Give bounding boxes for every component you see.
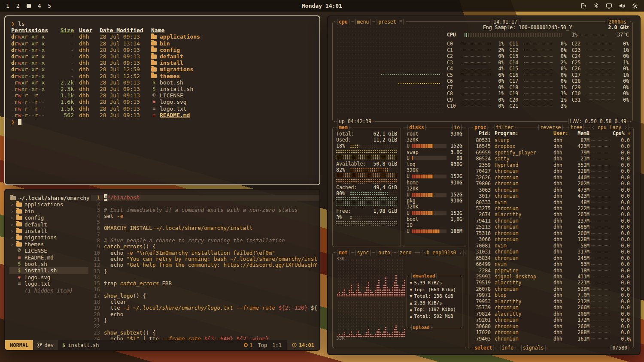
preset-button[interactable]: preset * <box>375 18 405 25</box>
scroll-down-icon[interactable]: ↓ <box>629 337 632 343</box>
net-interface-button[interactable]: ‹b enp191s0 › <box>420 249 465 256</box>
process-row-79824[interactable]: 79824alacritty dhh208M 0.0 <box>472 311 630 317</box>
settings-icon[interactable] <box>632 3 638 9</box>
terminal-cursor[interactable] <box>18 119 21 125</box>
editor-line-4[interactable]: 4 set -e <box>91 213 319 219</box>
editor-line-2[interactable]: 2 <box>91 201 319 207</box>
process-row-17020[interactable]: 17020chromium dhh288M 0.0 <box>472 329 630 335</box>
zero-button[interactable]: zero <box>396 249 415 256</box>
tree-item-logo.svg[interactable]: ✱logo.svg <box>9 274 88 281</box>
workspace-indicator[interactable]: 5 <box>48 3 51 9</box>
editor-line-20[interactable]: 20 echo <box>91 311 319 317</box>
editor-line-16[interactable]: 16 <box>91 287 319 293</box>
volume-icon[interactable] <box>619 3 625 9</box>
proc-box-title[interactable]: proc <box>471 124 490 131</box>
tree-item-README.md[interactable]: ≡README.md <box>9 254 88 261</box>
process-row-53275[interactable]: 53275chromium dhh222M 0.0 <box>472 205 630 211</box>
io-mode-button[interactable]: io <box>450 124 463 131</box>
process-row-65834[interactable]: 65834chromium dhh245M 0.0 <box>472 255 630 261</box>
process-row-2284[interactable]: 2284pipewire dhh18M 0.0 <box>472 268 630 274</box>
process-row-79971[interactable]: 79971btop dhh7.0M 0.0 <box>472 292 630 298</box>
editor-line-17[interactable]: 17 show_logo() { <box>91 293 319 299</box>
editor-buffer[interactable]: 1 #!/bin/bash 2 3 # Exit immediately if … <box>91 190 319 340</box>
editor-line-12[interactable]: 12 echo "Get help from the community: ht… <box>91 262 319 268</box>
process-row-79519[interactable]: 79519alacritty dhh221M 0.0 <box>472 280 630 286</box>
tree-item-LICENSE[interactable]: ©LICENSE <box>9 247 88 254</box>
tree-item-bin[interactable]: ›bin <box>9 208 88 214</box>
editor-line-14[interactable]: 14 <box>91 275 319 281</box>
net-box-title[interactable]: net <box>335 249 351 256</box>
editor-line-10[interactable]: 10 echo -e "\n\e[31mOmarchy installation… <box>91 250 319 256</box>
display-icon[interactable] <box>606 3 612 9</box>
editor-line-1[interactable]: 1 #!/bin/bash <box>91 195 319 201</box>
workspace-indicator[interactable]: 2 <box>16 3 20 9</box>
editor-line-8[interactable]: 8 # Give people a chance to retry runnin… <box>91 238 319 244</box>
workspace-indicator[interactable]: 1 <box>6 3 9 9</box>
process-row-2674[interactable]: 2674alacritty dhh203M 0.0 <box>472 211 630 217</box>
process-row-80333[interactable]: 80333nvim dhh48M 0.0 <box>472 199 630 205</box>
disks-box-title[interactable]: disks <box>406 124 428 131</box>
process-row-70081[interactable]: 70081nvim dhh58M 0.0 <box>472 243 630 249</box>
process-row-66499[interactable]: 66499nvim dhh53M 0.0 <box>472 261 630 267</box>
tree-root[interactable]: ~/.local/share/omarchy <box>9 195 88 201</box>
workspace-indicator[interactable]: 4 <box>38 3 41 9</box>
info-button[interactable]: info <box>498 344 517 351</box>
process-row-3066[interactable]: 3066chromium dhh128M 0.0 <box>472 236 630 242</box>
editor-line-24[interactable]: 24 echo "$1" | tte --frame-rate ${3:-640… <box>91 336 319 340</box>
process-row-79201[interactable]: 79201chromium dhh172M 0.0 <box>472 317 630 323</box>
editor-line-3[interactable]: 3 # Exit immediately if a command exits … <box>91 207 319 213</box>
editor-line-5[interactable]: 5 <box>91 219 319 225</box>
process-row-32626[interactable]: 32626chromium dhh440M 0.0 <box>472 175 630 181</box>
tree-item-applications[interactable]: ›applications <box>9 201 88 208</box>
git-branch-segment[interactable]: dev <box>33 340 58 350</box>
workspace-indicator-active[interactable] <box>27 4 31 8</box>
editor-line-21[interactable]: 21 } <box>91 317 319 323</box>
tree-item-(1 hidden item)[interactable]: (1 hidden item) <box>9 287 88 294</box>
process-row-75316[interactable]: 75316chromium dhh200M 0.0 <box>472 230 630 236</box>
bluetooth-icon[interactable] <box>593 3 599 9</box>
editor-line-19[interactable]: 19 tte -i ~/.local/share/omarchy/logo.tx… <box>91 305 319 311</box>
auto-button[interactable]: auto <box>375 249 394 256</box>
process-row-79403[interactable]: 79403chromium dhh161M 0.0 <box>472 336 630 342</box>
logout-icon[interactable] <box>580 3 586 9</box>
process-row-79411[interactable]: 79411chromium dhh237M 0.0 <box>472 218 630 224</box>
filter-button[interactable]: filter <box>492 124 517 131</box>
process-row-79953[interactable]: 79953alacritty dhh212M 0.0 <box>472 299 630 305</box>
tree-button[interactable]: tree <box>567 124 586 131</box>
sync-button[interactable]: sync <box>354 249 373 256</box>
process-row-16545[interactable]: 16545dropbox dhh423M 0.0 <box>472 143 630 149</box>
process-row-25993[interactable]: 25993signal-desktop dhh431M 0.0 <box>472 274 630 280</box>
editor-line-13[interactable]: 13 } <box>91 268 319 275</box>
editor-line-9[interactable]: 9 catch_errors() { <box>91 244 319 250</box>
process-row-25213[interactable]: 25213chromium dhh488M 0.0 <box>472 224 630 230</box>
tree-item-install[interactable]: ›install <box>9 228 88 234</box>
process-row-3017[interactable]: 3017chromium dhh423M 0.0 <box>472 193 630 199</box>
tree-item-install.sh[interactable]: $install.sh <box>9 267 88 274</box>
cpu-box-title[interactable]: cpu <box>335 18 351 25</box>
signals-button[interactable]: signals <box>519 344 547 351</box>
process-row-80524[interactable]: 80524satty dhh23M 0.0 <box>472 156 630 162</box>
clock[interactable]: Monday 14:01 <box>0 3 644 9</box>
menu-button[interactable]: menu <box>354 18 373 25</box>
diagnostics-badge[interactable]: 1 <box>244 342 252 348</box>
sort-mode-button[interactable]: ‹ cpu lazy › <box>588 124 631 131</box>
reverse-button[interactable]: reverse <box>537 124 564 131</box>
process-row-35739[interactable]: 35739chromium dhh266M 0.0 <box>472 305 630 311</box>
editor-line-18[interactable]: 18 clear <box>91 299 319 305</box>
process-row-2359[interactable]: 2359Hyprland dhh352M 0.0 <box>472 162 630 168</box>
tree-item-themes[interactable]: ›themes <box>9 241 88 247</box>
mem-box-title[interactable]: mem <box>335 124 351 131</box>
process-row-30680[interactable]: 30680chromium dhh260M 0.0 <box>472 323 630 329</box>
process-row-26078[interactable]: 26078chromium dhh529M 0.0 <box>472 286 630 292</box>
process-row-69959[interactable]: 69959spotify_player dhh79M 0.0 <box>472 150 630 156</box>
editor-line-6[interactable]: 6 OMARCHY_INSTALL=~/.local/share/omarchy… <box>91 225 319 231</box>
process-row-70427[interactable]: 70427chromium dhh228M 0.0 <box>472 168 630 174</box>
tree-item-boot.sh[interactable]: $boot.sh <box>9 261 88 267</box>
tree-item-logo.txt[interactable]: ≡logo.txt <box>9 281 88 287</box>
select-button[interactable]: select <box>471 344 495 351</box>
editor-line-23[interactable]: 23 show_subtext() { <box>91 330 319 336</box>
process-row-3063[interactable]: 3063chromium dhh473M 0.0 <box>472 187 630 193</box>
process-table-header[interactable]: Pid: Program: User: MemB Cpu% ↑ <box>472 130 630 136</box>
editor-line-15[interactable]: 15 trap catch_errors ERR <box>91 281 319 287</box>
tree-item-config[interactable]: ›config <box>9 214 88 221</box>
